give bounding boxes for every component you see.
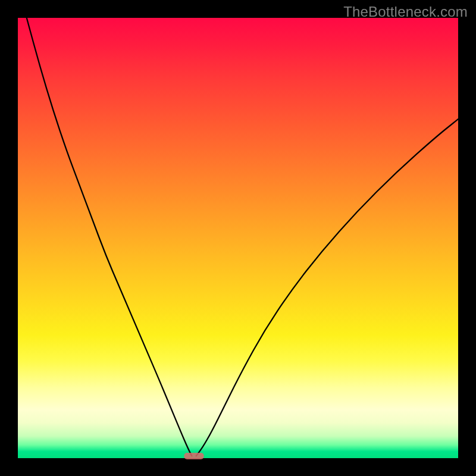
- curve-layer: [18, 18, 458, 458]
- min-marker: [184, 453, 203, 459]
- curve-left-branch: [27, 18, 192, 456]
- curve-right-branch: [196, 119, 458, 456]
- watermark-text: TheBottleneck.com: [343, 4, 468, 20]
- chart-frame: TheBottleneck.com: [0, 0, 476, 476]
- plot-area: [18, 18, 458, 458]
